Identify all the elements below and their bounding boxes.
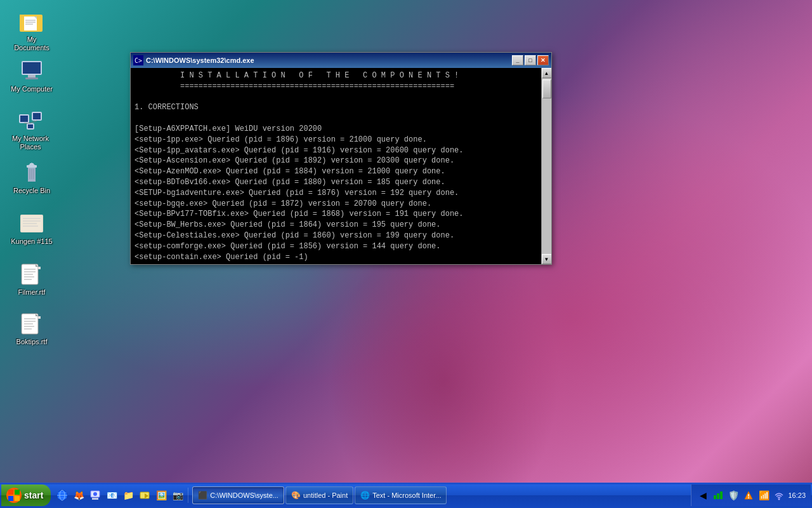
svg-point-70 bbox=[778, 498, 780, 500]
cmd-title-text: C:\WINDOWS\system32\cmd.exe bbox=[146, 57, 512, 64]
quicklaunch-icon8[interactable]: 📷 bbox=[170, 488, 185, 503]
svg-rect-16 bbox=[28, 124, 33, 128]
svg-rect-53 bbox=[15, 496, 20, 501]
quicklaunch-icon4[interactable]: 📧 bbox=[104, 488, 119, 503]
systray-expand[interactable]: ◀ bbox=[697, 489, 709, 502]
taskbar-task-ie-icon: 🌐 bbox=[360, 491, 370, 500]
recycle-bin-label: Recycle Bin bbox=[13, 187, 50, 195]
windows-logo bbox=[6, 488, 22, 503]
cmd-content-area: I N S T A L L A T I O N O F T H E C O M … bbox=[131, 68, 551, 264]
my-documents-label: My Documents bbox=[9, 36, 55, 52]
cmd-scroll-down-button[interactable]: ▼ bbox=[542, 254, 552, 264]
taskbar-task-paint-icon: 🎨 bbox=[291, 491, 301, 500]
systray-icon4[interactable]: 📶 bbox=[757, 489, 770, 502]
svg-line-18 bbox=[30, 121, 37, 123]
cmd-scrollbar-thumb[interactable] bbox=[542, 79, 551, 98]
desktop-icon-filmer[interactable]: Filmer.rtf bbox=[6, 259, 57, 299]
quicklaunch-icon6[interactable] bbox=[137, 488, 152, 503]
svg-rect-42 bbox=[38, 316, 41, 319]
svg-rect-14 bbox=[33, 113, 41, 119]
systray-wifi[interactable] bbox=[773, 489, 785, 502]
quicklaunch-firefox[interactable]: 🦊 bbox=[71, 488, 86, 503]
taskbar-task-paint[interactable]: 🎨 untitled - Paint bbox=[285, 486, 353, 504]
taskbar-systray: ◀ 🛡️ 📶 16:23 bbox=[691, 485, 811, 506]
my-network-icon bbox=[18, 108, 43, 133]
my-network-label: My Network Places bbox=[8, 135, 53, 151]
taskbar-task-cmd[interactable]: ⬛ C:\WINDOWS\syste... bbox=[192, 486, 284, 504]
kungen-label: Kungen #115 bbox=[11, 237, 52, 246]
filmer-icon bbox=[19, 262, 44, 287]
my-computer-icon bbox=[19, 58, 44, 84]
cmd-terminal-output[interactable]: I N S T A L L A T I O N O F T H E C O M … bbox=[131, 68, 541, 264]
desktop-icon-kungen[interactable]: Kungen #115 bbox=[6, 208, 57, 248]
systray-antivirus[interactable]: 🛡️ bbox=[727, 489, 740, 502]
svg-rect-64 bbox=[714, 495, 716, 499]
desktop-icon-boktips[interactable]: Boktips.rtf bbox=[6, 309, 57, 349]
systray-icon3[interactable] bbox=[742, 489, 755, 502]
svg-rect-66 bbox=[720, 491, 723, 499]
quicklaunch-icon3[interactable] bbox=[88, 488, 103, 503]
filmer-label: Filmer.rtf bbox=[18, 288, 46, 297]
taskbar-task-ie-label: Text - Microsoft Inter... bbox=[372, 491, 441, 499]
svg-rect-8 bbox=[23, 62, 41, 74]
svg-rect-65 bbox=[717, 493, 719, 499]
svg-text:C>: C> bbox=[134, 57, 142, 64]
taskbar: start 🦊 📧 📁 bbox=[0, 483, 812, 508]
svg-rect-10 bbox=[25, 77, 38, 79]
svg-rect-52 bbox=[8, 496, 13, 501]
taskbar-task-paint-label: untitled - Paint bbox=[303, 491, 348, 499]
svg-rect-9 bbox=[28, 75, 36, 77]
taskbar-task-cmd-icon: ⬛ bbox=[198, 491, 207, 500]
systray-network[interactable] bbox=[712, 489, 724, 502]
svg-rect-22 bbox=[30, 163, 34, 166]
start-label: start bbox=[24, 490, 43, 500]
cmd-window-icon: C> bbox=[133, 55, 143, 65]
boktips-icon bbox=[19, 311, 44, 337]
taskbar-task-ie[interactable]: 🌐 Text - Microsoft Inter... bbox=[355, 486, 447, 504]
start-button[interactable]: start bbox=[1, 485, 51, 506]
svg-point-69 bbox=[748, 497, 749, 498]
svg-rect-34 bbox=[38, 267, 41, 269]
cmd-close-button[interactable]: ✕ bbox=[537, 55, 549, 65]
desktop: My Documents My Computer bbox=[0, 0, 812, 483]
desktop-icon-my-network-places[interactable]: My Network Places bbox=[5, 105, 56, 154]
recycle-bin-icon bbox=[19, 160, 44, 185]
taskbar-tasks: ⬛ C:\WINDOWS\syste... 🎨 untitled - Paint… bbox=[190, 486, 690, 504]
cmd-maximize-button[interactable]: □ bbox=[525, 55, 536, 65]
cmd-window: C> C:\WINDOWS\system32\cmd.exe _ □ ✕ I N… bbox=[130, 52, 552, 265]
desktop-icon-my-computer[interactable]: My Computer bbox=[6, 56, 57, 96]
boktips-label: Boktips.rtf bbox=[16, 338, 48, 346]
cmd-scrollbar-track[interactable] bbox=[542, 78, 552, 254]
svg-rect-51 bbox=[15, 490, 20, 495]
desktop-icon-recycle-bin[interactable]: Recycle Bin bbox=[6, 157, 57, 197]
kungen-icon bbox=[19, 211, 44, 236]
desktop-icon-my-documents[interactable]: My Documents bbox=[6, 6, 57, 55]
cmd-titlebar[interactable]: C> C:\WINDOWS\system32\cmd.exe _ □ ✕ bbox=[131, 53, 551, 68]
cmd-titlebar-buttons: _ □ ✕ bbox=[512, 55, 549, 65]
cmd-scrollbar[interactable]: ▲ ▼ bbox=[541, 68, 551, 264]
svg-rect-2 bbox=[24, 17, 37, 30]
taskbar-task-cmd-label: C:\WINDOWS\syste... bbox=[210, 491, 278, 499]
quicklaunch-ie[interactable] bbox=[55, 488, 70, 503]
quicklaunch-icon7[interactable]: 🖼️ bbox=[154, 488, 169, 503]
cmd-minimize-button[interactable]: _ bbox=[512, 55, 523, 65]
systray-clock[interactable]: 16:23 bbox=[788, 491, 806, 499]
svg-rect-60 bbox=[92, 498, 98, 500]
taskbar-quicklaunch: 🦊 📧 📁 🖼️ 📷 bbox=[52, 488, 188, 503]
svg-point-61 bbox=[93, 492, 97, 496]
my-computer-label: My Computer bbox=[11, 85, 53, 93]
svg-rect-12 bbox=[20, 116, 28, 122]
my-documents-icon bbox=[19, 9, 44, 34]
svg-rect-50 bbox=[8, 490, 13, 495]
cmd-scroll-up-button[interactable]: ▲ bbox=[542, 68, 552, 78]
quicklaunch-icon5[interactable]: 📁 bbox=[121, 488, 136, 503]
